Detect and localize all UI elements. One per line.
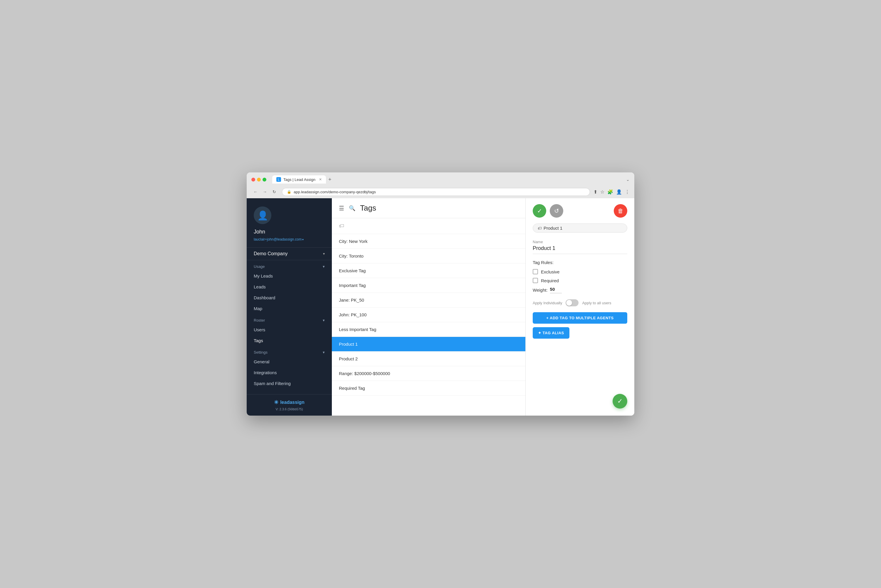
tag-row[interactable]: Required Tag bbox=[332, 381, 525, 396]
tags-list: 🏷 City: New York City: Toronto Exclusive… bbox=[332, 218, 525, 416]
address-bar[interactable]: 🔒 app.leadassign.com/demo-company-qezdbj… bbox=[282, 188, 590, 196]
tag-row[interactable]: Less Important Tag bbox=[332, 322, 525, 337]
exclusive-label: Exclusive bbox=[541, 269, 559, 274]
undo-button[interactable]: ↺ bbox=[550, 204, 563, 218]
tag-empty-icon: 🏷 bbox=[339, 223, 344, 229]
tag-rules-label: Tag Rules: bbox=[533, 260, 627, 265]
company-selector[interactable]: Demo Company ▾ bbox=[247, 247, 332, 260]
floating-save-button[interactable]: ✓ bbox=[613, 394, 627, 408]
browser-action-icons: ⬆ ☆ 🧩 👤 ⋮ bbox=[593, 189, 629, 195]
delete-button[interactable]: 🗑 bbox=[614, 204, 627, 218]
tag-row[interactable]: Product 2 bbox=[332, 352, 525, 366]
sidebar-item-general[interactable]: General bbox=[247, 356, 332, 367]
roster-collapse-icon[interactable]: ▾ bbox=[323, 318, 325, 322]
tag-row-empty[interactable]: 🏷 bbox=[332, 218, 525, 234]
usage-collapse-icon[interactable]: ▾ bbox=[323, 264, 325, 269]
logo-text: leadassign bbox=[280, 400, 304, 405]
required-checkbox[interactable] bbox=[533, 278, 538, 283]
hamburger-icon[interactable]: ☰ bbox=[339, 205, 344, 212]
maximize-window-button[interactable] bbox=[262, 178, 266, 182]
share-icon[interactable]: ⬆ bbox=[593, 189, 597, 195]
search-icon[interactable]: 🔍 bbox=[349, 205, 355, 212]
address-bar-row: ← → ↻ 🔒 app.leadassign.com/demo-company-… bbox=[252, 186, 629, 198]
user-email[interactable]: lauclair+john@leadassign.com ▾ bbox=[254, 237, 304, 242]
apply-toggle[interactable] bbox=[566, 299, 578, 306]
browser-window: L Tags | Lead Assign ✕ + ⌄ ← → ↻ 🔒 app.l… bbox=[247, 172, 634, 416]
tag-row[interactable]: Exclusive Tag bbox=[332, 264, 525, 278]
apply-individually-label: Apply Individually bbox=[533, 301, 562, 305]
name-value[interactable]: Product 1 bbox=[533, 245, 627, 254]
email-dropdown-arrow: ▾ bbox=[302, 238, 304, 241]
main-content: ☰ 🔍 Tags 🏷 City: New York City: Toronto … bbox=[332, 198, 526, 416]
exclusive-checkbox-row: Exclusive bbox=[533, 269, 627, 274]
sidebar-item-integrations[interactable]: Integrations bbox=[247, 367, 332, 378]
leadassign-logo: ✳ leadassign bbox=[274, 399, 304, 406]
active-tab[interactable]: L Tags | Lead Assign ✕ bbox=[272, 176, 326, 184]
sidebar-item-leads[interactable]: Leads bbox=[247, 281, 332, 292]
tag-alias-button[interactable]: ✦ TAG ALIAS bbox=[533, 327, 569, 339]
tab-close-button[interactable]: ✕ bbox=[319, 177, 322, 182]
tag-row[interactable]: John: PK_100 bbox=[332, 308, 525, 322]
sidebar-item-dashboard[interactable]: Dashboard bbox=[247, 292, 332, 303]
more-icon[interactable]: ⋮ bbox=[625, 189, 629, 195]
usage-section-header: Usage ▾ bbox=[247, 260, 332, 270]
extensions-icon[interactable]: 🧩 bbox=[607, 189, 613, 195]
sidebar-item-map[interactable]: Map bbox=[247, 303, 332, 314]
weight-label: Weight: bbox=[533, 288, 548, 292]
main-header: ☰ 🔍 Tags bbox=[332, 198, 525, 218]
company-dropdown-arrow: ▾ bbox=[323, 252, 325, 256]
tag-row[interactable]: City: Toronto bbox=[332, 249, 525, 264]
tab-title: Tags | Lead Assign bbox=[283, 177, 315, 182]
url-text: app.leadassign.com/demo-company-qezdbj/t… bbox=[294, 190, 376, 194]
tab-bar: L Tags | Lead Assign ✕ + ⌄ bbox=[272, 176, 629, 184]
refresh-button[interactable]: ↻ bbox=[270, 188, 279, 196]
traffic-lights bbox=[252, 178, 266, 182]
bookmark-icon[interactable]: ☆ bbox=[600, 189, 604, 195]
browser-controls: L Tags | Lead Assign ✕ + ⌄ bbox=[252, 176, 629, 184]
user-name: John bbox=[254, 229, 265, 235]
sidebar-item-users[interactable]: Users bbox=[247, 324, 332, 335]
name-field-group: Name Product 1 bbox=[533, 240, 627, 254]
sidebar-item-tags[interactable]: Tags bbox=[247, 335, 332, 346]
sidebar-item-spam-filtering[interactable]: Spam and Filtering bbox=[247, 378, 332, 389]
app-container: 👤 John lauclair+john@leadassign.com ▾ De… bbox=[247, 198, 634, 416]
toggle-row: Apply Individually Apply to all users bbox=[533, 299, 627, 306]
close-window-button[interactable] bbox=[252, 178, 255, 182]
tag-badge-icon: 🏷 bbox=[538, 226, 542, 231]
settings-collapse-icon[interactable]: ▾ bbox=[323, 350, 325, 354]
save-button[interactable]: ✓ bbox=[533, 204, 546, 218]
back-button[interactable]: ← bbox=[252, 188, 259, 196]
lock-icon: 🔒 bbox=[287, 190, 291, 194]
tag-row[interactable]: Jane: PK_50 bbox=[332, 293, 525, 308]
tag-row[interactable]: Important Tag bbox=[332, 278, 525, 293]
apply-all-label: Apply to all users bbox=[582, 301, 611, 305]
name-label: Name bbox=[533, 240, 627, 244]
company-name: Demo Company bbox=[254, 251, 288, 256]
forward-button[interactable]: → bbox=[261, 188, 269, 196]
user-avatar-icon: 👤 bbox=[257, 210, 268, 220]
exclusive-checkbox[interactable] bbox=[533, 269, 538, 274]
browser-chrome: L Tags | Lead Assign ✕ + ⌄ ← → ↻ 🔒 app.l… bbox=[247, 172, 634, 198]
nav-buttons: ← → ↻ bbox=[252, 188, 279, 196]
settings-section-header: Settings ▾ bbox=[247, 346, 332, 356]
logo-star-icon: ✳ bbox=[274, 399, 279, 406]
required-label: Required bbox=[541, 278, 559, 283]
tag-row[interactable]: Range: $200000-$500000 bbox=[332, 366, 525, 381]
new-tab-button[interactable]: + bbox=[328, 177, 331, 183]
roster-section-header: Roster ▾ bbox=[247, 314, 332, 324]
sidebar-item-my-leads[interactable]: My Leads bbox=[247, 270, 332, 281]
add-tag-to-multiple-agents-button[interactable]: + ADD TAG TO MULTIPLE AGENTS bbox=[533, 312, 627, 324]
right-panel: ✓ ↺ 🗑 🏷 Product 1 Name Product 1 Tag Rul… bbox=[526, 198, 634, 416]
profile-icon[interactable]: 👤 bbox=[616, 189, 622, 195]
sidebar-footer: ✳ leadassign V: 2.3.6 (56lbb575) bbox=[247, 394, 332, 416]
tag-row-selected[interactable]: Product 1 bbox=[332, 337, 525, 352]
avatar: 👤 bbox=[254, 207, 271, 224]
tag-row[interactable]: City: New York bbox=[332, 234, 525, 249]
weight-row: Weight: 50 bbox=[533, 286, 627, 293]
tab-favicon: L bbox=[276, 177, 281, 182]
weight-value[interactable]: 50 bbox=[550, 286, 562, 293]
tab-end-icon: ⌄ bbox=[626, 177, 629, 182]
sidebar-user: 👤 John lauclair+john@leadassign.com ▾ bbox=[247, 198, 332, 247]
minimize-window-button[interactable] bbox=[257, 178, 261, 182]
required-checkbox-row: Required bbox=[533, 278, 627, 283]
